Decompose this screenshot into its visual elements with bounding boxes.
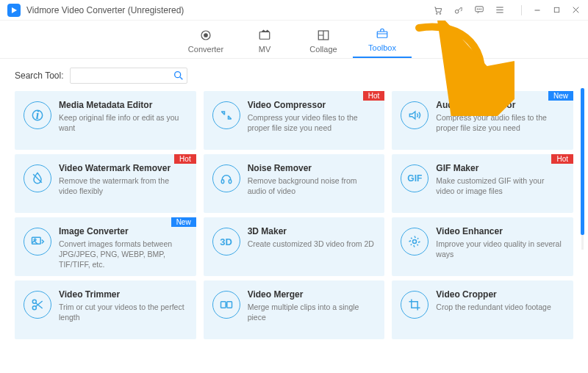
card-desc: Improve your video quality in several wa…: [436, 239, 564, 259]
badge-new: New: [548, 91, 573, 101]
card-desc: Remove the watermark from the video flex…: [59, 175, 187, 196]
enhance-icon: [401, 228, 429, 256]
converter-icon: [198, 29, 214, 42]
search-icon[interactable]: [173, 70, 184, 82]
search-label: Search Tool:: [15, 70, 64, 81]
tab-bar: Converter MV Collage Toolbox: [0, 21, 588, 59]
feedback-icon[interactable]: [474, 5, 484, 15]
nowater-icon: [24, 164, 51, 192]
svg-point-7: [481, 9, 481, 10]
card-title: Video Cropper: [436, 289, 564, 300]
tool-card-noise-remover[interactable]: Noise RemoverRemove background noise fro…: [204, 154, 385, 213]
card-body: 3D MakerCreate customized 3D video from …: [248, 226, 376, 269]
search-row: Search Tool:: [0, 59, 588, 91]
svg-point-14: [174, 72, 180, 78]
card-title: Video Trimmer: [59, 289, 187, 300]
card-title: Audio Compressor: [436, 100, 564, 110]
key-icon[interactable]: [453, 5, 464, 15]
info-icon: i: [24, 101, 51, 129]
app-title: Vidmore Video Converter (Unregistered): [26, 5, 184, 15]
svg-point-6: [479, 9, 480, 10]
card-title: Image Converter: [59, 226, 187, 236]
svg-point-10: [204, 34, 208, 37]
minimize-icon[interactable]: [532, 5, 542, 15]
tool-card-video-enhancer[interactable]: Video EnhancerImprove your video quality…: [392, 217, 573, 276]
card-desc: Compress your audio files to the proper …: [436, 112, 564, 133]
badge-hot: Hot: [174, 154, 196, 164]
svg-marker-0: [12, 7, 17, 13]
card-body: Video CropperCrop the redundant video fo…: [436, 289, 564, 332]
tab-mv[interactable]: MV: [235, 29, 294, 58]
tool-card-video-trimmer[interactable]: Video TrimmerTrim or cut your videos to …: [15, 280, 196, 339]
window-controls: [532, 5, 581, 15]
badge-new: New: [171, 217, 196, 227]
imgconv-icon: [24, 228, 51, 256]
tool-card-image-converter[interactable]: Image ConverterConvert images formats be…: [15, 217, 196, 276]
tab-label: Toolbox: [368, 43, 396, 52]
header-actions: [433, 5, 522, 15]
card-desc: Crop the redundant video footage: [436, 302, 564, 312]
collage-icon: [315, 29, 331, 42]
tab-label: Converter: [188, 45, 223, 54]
svg-rect-23: [220, 302, 226, 308]
tab-converter[interactable]: Converter: [176, 29, 235, 58]
audiocomp-icon: [401, 101, 429, 129]
card-body: GIF MakerMake customized GIF with your v…: [436, 163, 564, 206]
card-body: Video EnhancerImprove your video quality…: [436, 226, 564, 269]
close-icon[interactable]: [570, 5, 581, 15]
tool-grid: iMedia Metadata EditorKeep original file…: [15, 91, 573, 339]
cart-icon[interactable]: [433, 5, 443, 15]
menu-icon[interactable]: [495, 5, 505, 15]
scroll-thumb[interactable]: [581, 88, 584, 235]
3d-icon: 3D: [212, 228, 240, 256]
tool-card-video-merger[interactable]: Video MergerMerge multiple clips into a …: [204, 280, 385, 339]
svg-point-1: [436, 12, 437, 14]
tool-card-3d-maker[interactable]: 3D3D MakerCreate customized 3D video fro…: [204, 217, 385, 276]
tab-toolbox[interactable]: Toolbox: [353, 27, 412, 58]
tool-card-gif-maker[interactable]: GIFGIF MakerMake customized GIF with you…: [392, 154, 573, 213]
crop-icon: [401, 291, 429, 319]
compress-icon: [212, 101, 240, 129]
card-desc: Trim or cut your videos to the perfect l…: [59, 302, 187, 322]
app-logo: [7, 4, 21, 17]
tool-card-video-watermark-remover[interactable]: Video Watermark RemoverRemove the waterm…: [15, 154, 196, 213]
tool-grid-wrap: iMedia Metadata EditorKeep original file…: [0, 91, 588, 339]
trim-icon: [24, 291, 51, 319]
tool-card-video-cropper[interactable]: Video CropperCrop the redundant video fo…: [392, 280, 573, 339]
card-desc: Keep original file info or edit as you w…: [59, 112, 187, 133]
merge-icon: [212, 291, 240, 319]
tab-collage[interactable]: Collage: [294, 29, 353, 58]
noise-icon: [212, 164, 240, 192]
title-bar: Vidmore Video Converter (Unregistered): [0, 0, 588, 21]
card-desc: Compress your video files to the proper …: [248, 112, 376, 133]
mv-icon: [257, 29, 273, 42]
card-title: Noise Remover: [248, 163, 376, 173]
tool-card-media-metadata-editor[interactable]: iMedia Metadata EditorKeep original file…: [15, 91, 196, 150]
card-title: Video Merger: [248, 289, 376, 300]
card-body: Media Metadata EditorKeep original file …: [59, 100, 187, 142]
card-desc: Remove background noise from audio of vi…: [248, 175, 376, 196]
card-body: Video MergerMerge multiple clips into a …: [248, 289, 376, 332]
card-title: Media Metadata Editor: [59, 100, 187, 110]
card-body: Video CompressorCompress your video file…: [248, 100, 376, 142]
separator: [521, 5, 522, 15]
card-body: Video TrimmerTrim or cut your videos to …: [59, 289, 187, 332]
tool-card-video-compressor[interactable]: Video CompressorCompress your video file…: [204, 91, 385, 150]
svg-point-3: [455, 10, 459, 13]
card-body: Audio CompressorCompress your audio file…: [436, 100, 564, 142]
card-title: 3D Maker: [248, 226, 376, 236]
card-body: Video Watermark RemoverRemove the waterm…: [59, 163, 187, 206]
maximize-icon[interactable]: [551, 5, 562, 15]
tool-card-audio-compressor[interactable]: Audio CompressorCompress your audio file…: [392, 91, 573, 150]
tab-label: Collage: [309, 45, 337, 54]
badge-hot: Hot: [551, 154, 573, 164]
svg-point-5: [477, 9, 478, 10]
search-input[interactable]: [70, 68, 187, 84]
svg-rect-13: [377, 32, 387, 37]
card-title: Video Watermark Remover: [59, 163, 187, 173]
card-desc: Make customized GIF with your video or i…: [436, 175, 564, 196]
badge-hot: Hot: [363, 91, 385, 101]
card-title: Video Enhancer: [436, 226, 564, 236]
card-body: Noise RemoverRemove background noise fro…: [248, 163, 376, 206]
svg-point-20: [413, 240, 417, 244]
